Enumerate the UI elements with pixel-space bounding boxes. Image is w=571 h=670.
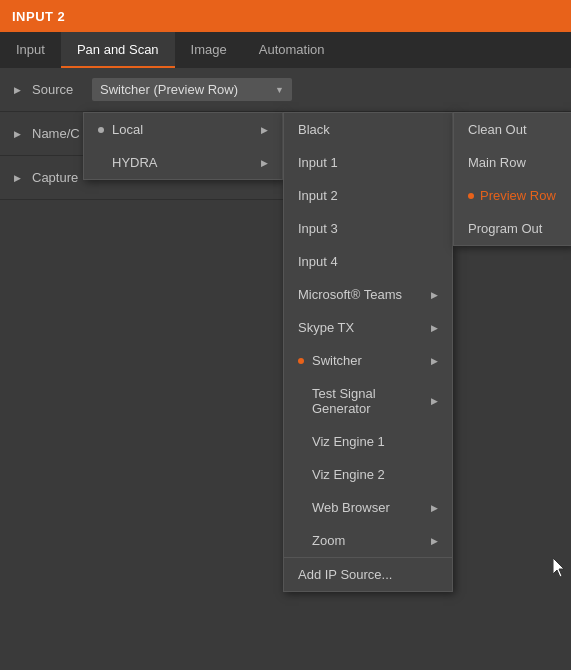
mouse-cursor <box>553 558 567 581</box>
source-label: Source <box>32 82 82 97</box>
source-dropdown[interactable]: Switcher (Preview Row) <box>92 78 292 101</box>
tab-pan-and-scan[interactable]: Pan and Scan <box>61 32 175 68</box>
main-content: Source Switcher (Preview Row) Name/C Cap… <box>0 68 571 200</box>
source-expand-arrow[interactable] <box>10 83 24 97</box>
menu-item-viz-engine-2[interactable]: Viz Engine 2 <box>284 458 452 491</box>
dropdown-level2: Black Input 1 Input 2 Input 3 Input 4 Mi… <box>283 112 453 592</box>
tab-automation[interactable]: Automation <box>243 32 341 68</box>
menu-item-viz-engine-1[interactable]: Viz Engine 1 <box>284 425 452 458</box>
preview-row-dot <box>468 193 474 199</box>
menu-item-test-signal[interactable]: Test Signal Generator <box>284 377 452 425</box>
menu-item-black[interactable]: Black <box>284 113 452 146</box>
tab-input[interactable]: Input <box>0 32 61 68</box>
tab-bar: Input Pan and Scan Image Automation <box>0 32 571 68</box>
menu-item-zoom[interactable]: Zoom <box>284 524 452 557</box>
menu-item-skype-tx[interactable]: Skype TX <box>284 311 452 344</box>
capture-expand-arrow[interactable] <box>10 171 24 185</box>
svg-marker-0 <box>553 558 564 577</box>
title-bar: INPUT 2 <box>0 0 571 32</box>
name-expand-arrow[interactable] <box>10 127 24 141</box>
local-dot <box>98 127 104 133</box>
source-row: Source Switcher (Preview Row) <box>0 68 571 112</box>
name-label: Name/C <box>32 126 80 141</box>
menu-item-hydra[interactable]: HYDRA <box>84 146 282 179</box>
menu-item-preview-row[interactable]: Preview Row <box>454 179 571 212</box>
menu-item-clean-out[interactable]: Clean Out <box>454 113 571 146</box>
menu-item-program-out[interactable]: Program Out <box>454 212 571 245</box>
menu-item-local[interactable]: Local <box>84 113 282 146</box>
menu-item-web-browser[interactable]: Web Browser <box>284 491 452 524</box>
window-title: INPUT 2 <box>12 9 65 24</box>
menu-item-main-row[interactable]: Main Row <box>454 146 571 179</box>
menu-item-input1[interactable]: Input 1 <box>284 146 452 179</box>
menu-item-add-ip-source[interactable]: Add IP Source... <box>284 558 452 591</box>
menu-item-input3[interactable]: Input 3 <box>284 212 452 245</box>
capture-label: Capture <box>32 170 78 185</box>
menu-item-switcher[interactable]: Switcher <box>284 344 452 377</box>
tab-image[interactable]: Image <box>175 32 243 68</box>
menu-item-input2[interactable]: Input 2 <box>284 179 452 212</box>
dropdown-level3: Clean Out Main Row Preview Row Program O… <box>453 112 571 246</box>
menu-item-ms-teams[interactable]: Microsoft® Teams <box>284 278 452 311</box>
dropdown-level1: Local HYDRA <box>83 112 283 180</box>
switcher-dot <box>298 358 304 364</box>
source-dropdown-wrapper[interactable]: Switcher (Preview Row) <box>92 78 292 101</box>
menu-item-input4[interactable]: Input 4 <box>284 245 452 278</box>
